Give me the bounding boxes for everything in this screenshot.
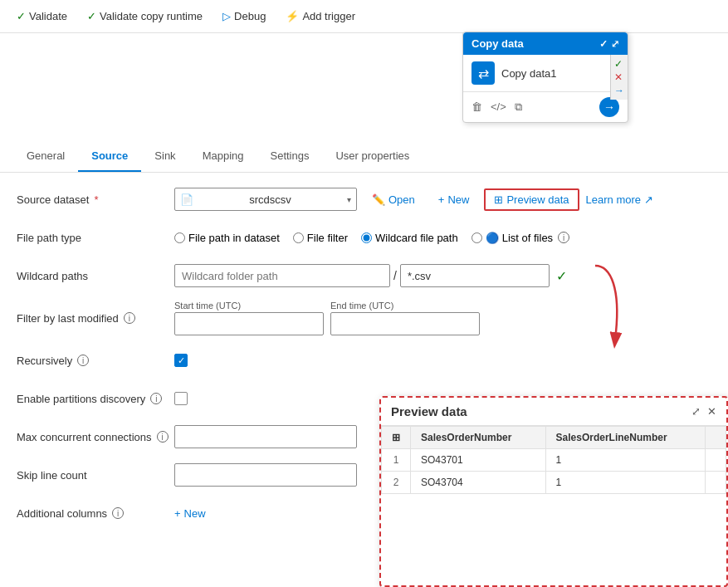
partitions-label: Enable partitions discovery i	[17, 393, 174, 405]
radio-file-filter[interactable]: File filter	[293, 232, 348, 244]
validate-copy-button[interactable]: ✓ Validate copy runtime	[84, 8, 206, 24]
next-arrow-button[interactable]: →	[599, 97, 619, 117]
wildcard-file-input[interactable]	[400, 264, 550, 287]
check-side-icon: ✓	[614, 58, 624, 70]
recursively-controls: ✓	[174, 354, 711, 367]
list-label: 🔵	[486, 232, 499, 244]
max-connections-input[interactable]	[174, 425, 357, 448]
validate-button[interactable]: ✓ Validate	[13, 8, 71, 24]
file-path-type-label: File path type	[17, 232, 174, 244]
preview-table: ⊞ SalesOrderNumber SalesOrderLineNumber …	[381, 426, 726, 494]
copy-data-item-icon: ⇄	[471, 61, 495, 85]
copy-data-header: Copy data ✓ ⤢	[463, 32, 628, 55]
end-time-label: End time (UTC)	[330, 301, 480, 311]
file-path-type-row: File path type File path in dataset File…	[17, 224, 711, 251]
partitions-checkbox[interactable]	[174, 392, 188, 405]
path-separator: /	[393, 269, 397, 282]
tab-general[interactable]: General	[13, 141, 78, 172]
tab-sink[interactable]: Sink	[141, 141, 188, 172]
dataset-value: srcdscsv	[249, 193, 291, 206]
debug-button[interactable]: ▷ Debug	[219, 8, 269, 24]
sales-order-2: SO43704	[411, 472, 546, 494]
row-index-2: 2	[382, 472, 411, 494]
preview-panel-controls: ⤢ ✕	[691, 405, 716, 418]
expand-panel-icon[interactable]: ⤢	[691, 405, 701, 418]
filter-info-icon: i	[124, 312, 135, 324]
copy-data-title: Copy data	[471, 37, 524, 50]
recursively-checkbox[interactable]: ✓	[174, 354, 188, 367]
wildcard-folder-input[interactable]	[174, 264, 390, 287]
tab-settings[interactable]: Settings	[257, 141, 323, 172]
radio-file-path-in-dataset[interactable]: File path in dataset	[174, 232, 280, 244]
line-number-2: 1	[545, 472, 705, 494]
wildcard-paths-controls: / ✓	[174, 264, 711, 287]
trash-icon[interactable]: 🗑	[471, 100, 482, 114]
preview-col-icon: ⊞	[382, 427, 411, 449]
copy-data-item-title: Copy data1	[501, 67, 557, 80]
plus-icon-2: +	[174, 507, 181, 520]
copy-data-footer-icons: 🗑 </> ⧉	[471, 100, 522, 114]
filter-modified-row: Filter by last modified i Start time (UT…	[17, 301, 711, 335]
add-trigger-label: Add trigger	[302, 10, 355, 22]
line-number-1: 1	[545, 449, 705, 472]
x-side-icon: ✕	[614, 71, 624, 83]
copy-data-footer: 🗑 </> ⧉ →	[463, 91, 628, 122]
preview-data-button[interactable]: ⊞ Preview data	[484, 188, 579, 211]
recursively-info-icon: i	[77, 355, 89, 366]
radio-wildcard-file-path[interactable]: Wildcard file path	[361, 232, 458, 244]
new-dataset-button[interactable]: + New	[430, 190, 478, 209]
recursively-row: Recursively i ✓	[17, 347, 711, 374]
preview-panel-header: Preview data ⤢ ✕	[381, 398, 726, 426]
end-time-input[interactable]	[330, 312, 480, 335]
preview-table-container[interactable]: ⊞ SalesOrderNumber SalesOrderLineNumber …	[381, 426, 726, 559]
plus-icon: +	[438, 193, 445, 206]
copy-icon[interactable]: ⧉	[515, 100, 522, 114]
list-info-icon: i	[558, 232, 569, 243]
copy-data-card: Copy data ✓ ⤢ ✓ ✕ → ⇄ Copy data1 🗑 </> ⧉…	[462, 32, 628, 123]
source-dataset-row: Source dataset * 📄 srcdscsv ▾ ✏️ Open + …	[17, 186, 711, 213]
preview-table-header-row: ⊞ SalesOrderNumber SalesOrderLineNumber	[382, 427, 726, 449]
validate-copy-label: Validate copy runtime	[100, 10, 203, 22]
radio-list-of-files[interactable]: 🔵 List of files i	[471, 232, 569, 244]
row-index-1: 1	[382, 449, 411, 472]
skip-line-input[interactable]	[174, 463, 357, 487]
file-path-type-controls: File path in dataset File filter Wildcar…	[174, 232, 711, 244]
end-time-group: End time (UTC)	[330, 301, 480, 335]
select-arrow-icon: ▾	[347, 195, 351, 204]
preview-data-panel: Preview data ⤢ ✕ ⊞ SalesOrderNumber Sale…	[379, 396, 728, 587]
check-icon-2: ✓	[87, 10, 96, 22]
code-icon[interactable]: </>	[491, 100, 506, 114]
preview-scrollbar-header	[706, 427, 726, 449]
row1-extra	[706, 449, 726, 472]
toolbar: ✓ Validate ✓ Validate copy runtime ▷ Deb…	[0, 0, 728, 33]
wildcard-paths-row: Wildcard paths / ✓	[17, 262, 711, 289]
required-marker: *	[94, 193, 98, 206]
trigger-icon: ⚡	[286, 10, 299, 22]
copy-data-header-icons: ✓ ⤢	[599, 38, 619, 50]
expand-icon[interactable]: ⤢	[611, 38, 619, 50]
arrow-side-icon: →	[614, 85, 624, 96]
preview-col-line-number: SalesOrderLineNumber	[545, 427, 705, 449]
start-time-input[interactable]	[174, 312, 324, 335]
preview-col-sales-order: SalesOrderNumber	[411, 427, 546, 449]
tab-user-properties[interactable]: User properties	[322, 141, 423, 172]
additional-columns-label: Additional columns i	[17, 507, 174, 520]
open-button[interactable]: ✏️ Open	[364, 190, 423, 209]
wildcard-paths-label: Wildcard paths	[17, 270, 174, 282]
source-dataset-controls: 📄 srcdscsv ▾ ✏️ Open + New ⊞ Preview dat…	[174, 188, 711, 211]
tab-source[interactable]: Source	[78, 141, 141, 172]
source-dataset-select[interactable]: 📄 srcdscsv ▾	[174, 188, 357, 211]
tab-mapping[interactable]: Mapping	[189, 141, 257, 172]
copy-data-body: ⇄ Copy data1	[463, 55, 628, 91]
tabs-bar: General Source Sink Mapping Settings Use…	[0, 141, 728, 173]
sales-order-1: SO43701	[411, 449, 546, 472]
add-column-button[interactable]: + New	[174, 507, 206, 520]
learn-more-link[interactable]: Learn more ↗	[586, 193, 653, 206]
partitions-info-icon: i	[150, 393, 162, 404]
add-trigger-button[interactable]: ⚡ Add trigger	[282, 8, 359, 24]
start-time-group: Start time (UTC)	[174, 301, 324, 335]
close-panel-icon[interactable]: ✕	[707, 405, 716, 418]
table-icon: ⊞	[494, 193, 503, 206]
play-icon: ▷	[222, 10, 231, 22]
validate-label: Validate	[29, 10, 67, 22]
